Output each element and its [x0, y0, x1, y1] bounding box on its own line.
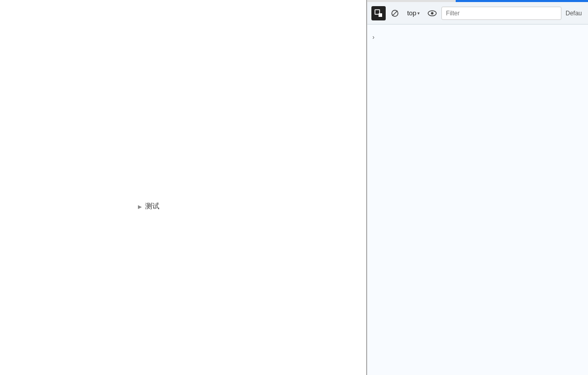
inspect-element-button[interactable] [371, 6, 386, 20]
console-chevron-icon[interactable]: › [372, 34, 374, 41]
svg-point-5 [431, 12, 434, 14]
eye-icon [428, 10, 437, 16]
browser-content-area: ▶ 测试 [0, 0, 367, 375]
devtools-toolbar: top ▾ Defau [367, 2, 588, 25]
inspect-icon [374, 9, 383, 17]
context-selector[interactable]: top ▾ [404, 8, 423, 18]
devtools-panel: top ▾ Defau › [367, 0, 588, 375]
clear-console-button[interactable] [388, 6, 402, 20]
svg-line-3 [392, 11, 397, 16]
progress-bar-area [367, 0, 588, 2]
chevron-down-icon: ▾ [417, 11, 420, 16]
svg-rect-1 [379, 13, 382, 17]
console-body: › [367, 25, 588, 375]
circle-slash-icon [391, 9, 399, 17]
context-label: top [407, 9, 416, 17]
page-content: ▶ 测试 [138, 202, 159, 211]
page-text-label: 测试 [145, 202, 159, 211]
expand-arrow-icon[interactable]: ▶ [138, 204, 142, 209]
progress-bar-fill [456, 0, 588, 2]
live-expressions-button[interactable] [425, 6, 439, 20]
filter-input[interactable] [441, 7, 561, 20]
default-level-label: Defau [563, 10, 584, 17]
